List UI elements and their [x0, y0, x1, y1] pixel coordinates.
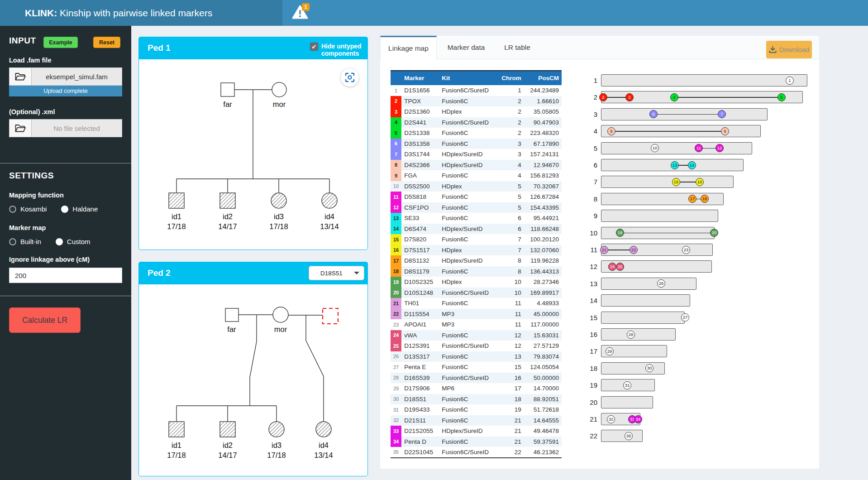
marker-dot[interactable]: 1	[786, 77, 794, 85]
chromosome-bar[interactable]: 31	[601, 379, 655, 391]
marker-row[interactable]: 16D7S1517HDplex7132.07060	[391, 245, 562, 256]
marker-row[interactable]: 35D22S1045Fusion6C/SureID2246.21362	[391, 447, 562, 458]
chromosome-bar[interactable]: 30	[601, 362, 665, 374]
marker-row[interactable]: 21TH01Fusion6C114.48933	[391, 298, 562, 309]
ped2-mother-symbol[interactable]	[273, 307, 288, 322]
marker-row[interactable]: 2TPOXFusion6C21.66610	[391, 96, 562, 107]
ped2-child4-symbol[interactable]	[316, 422, 331, 437]
chromosome-bar[interactable]	[601, 210, 718, 222]
marker-row[interactable]: 11D5S818Fusion6C5126.67284	[391, 192, 562, 202]
marker-row[interactable]: 15D7S820Fusion6C7100.20120	[391, 234, 562, 245]
marker-dot[interactable]: 11	[695, 144, 703, 152]
ped2-child1-symbol[interactable]	[169, 422, 184, 437]
marker-dot[interactable]: 24	[608, 263, 616, 271]
ped1-child3-symbol[interactable]	[271, 193, 286, 208]
marker-row[interactable]: 24vWAFusion6C1215.63031	[391, 330, 562, 341]
hide-untyped-checkbox[interactable]: ✔	[310, 43, 318, 51]
calculate-lr-button[interactable]: Calculate LR	[9, 307, 81, 333]
kosambi-radio[interactable]	[9, 206, 16, 213]
custom-radio[interactable]	[56, 238, 63, 245]
marker-dot[interactable]: 15	[672, 178, 680, 186]
chromosome-bar[interactable]	[601, 294, 690, 307]
marker-row[interactable]: 19D10S2325HDplex1028.27346	[391, 277, 562, 288]
chromosome-bar[interactable]: 28	[601, 328, 676, 341]
ped2-child3-symbol[interactable]	[269, 422, 284, 437]
marker-row[interactable]: 27Penta EFusion6C15124.05054	[391, 362, 562, 373]
chromosome-bar[interactable]: 2345	[601, 91, 803, 103]
chromosome-bar[interactable]: 29	[601, 345, 667, 357]
marker-dot[interactable]: 29	[606, 347, 614, 355]
marker-dot[interactable]: 27	[681, 313, 689, 322]
ped2-father-symbol[interactable]	[225, 308, 238, 322]
marker-row[interactable]: 22D11S554MP31145.00000	[391, 309, 562, 320]
chromosome-bar[interactable]: 26	[601, 278, 696, 290]
marker-row[interactable]: 33D21S2055HDplex/SureID2149.46478	[391, 426, 562, 437]
marker-row[interactable]: 7D3S1744HDplex/SureID3157.24131	[391, 149, 562, 160]
marker-row[interactable]: 1D1S1656Fusion6C/SureID1244.23489	[391, 85, 562, 96]
marker-dot[interactable]: 9	[721, 127, 729, 135]
marker-dot[interactable]: 7	[718, 110, 726, 118]
marker-row[interactable]: 23APOAI1MP311117.00000	[391, 319, 562, 330]
marker-dot[interactable]: 17	[688, 195, 696, 203]
marker-row[interactable]: 4D2S441Fusion6C/SureID290.47903	[391, 117, 562, 128]
marker-row[interactable]: 3D2S1360HDplex235.05805	[391, 106, 562, 117]
marker-dot[interactable]: 16	[696, 178, 704, 186]
chromosome-bar[interactable]: 67	[601, 108, 768, 120]
fam-browse-button[interactable]	[9, 67, 32, 86]
marker-dot[interactable]: 21	[600, 246, 608, 254]
marker-row[interactable]: 13SE33Fusion6C695.44921	[391, 213, 562, 224]
reset-button[interactable]: Reset	[93, 37, 120, 48]
marker-dot[interactable]: 14	[688, 161, 696, 169]
chromosome-bar[interactable]: 1920	[601, 227, 715, 239]
xml-file-input[interactable]: No file selected	[9, 119, 122, 137]
marker-row[interactable]: 6D3S1358Fusion6C367.17890	[391, 139, 562, 149]
marker-dot[interactable]: 6	[649, 110, 658, 118]
chromosome-bar[interactable]: 2425	[601, 260, 712, 273]
fam-file-input[interactable]: eksempel_simul.fam	[9, 67, 122, 86]
builtin-radio[interactable]	[9, 238, 16, 245]
marker-row[interactable]: 9FGAFusion6C4156.81293	[391, 170, 562, 181]
marker-select[interactable]: D18S51	[309, 266, 364, 280]
ped1-child1-symbol[interactable]	[169, 193, 184, 208]
tab-lr-table[interactable]: LR table	[496, 36, 539, 59]
download-button[interactable]: Download	[766, 41, 812, 58]
example-button[interactable]: Example	[43, 37, 78, 48]
marker-row[interactable]: 5D2S1338Fusion6C2223.48320	[391, 128, 562, 139]
ped1-child2-symbol[interactable]	[220, 193, 235, 208]
chromosome-bar[interactable]: 1314	[601, 159, 744, 171]
marker-dot[interactable]: 23	[682, 246, 690, 254]
marker-dot[interactable]: 4	[670, 93, 678, 101]
marker-dot[interactable]: 30	[645, 364, 653, 372]
marker-dot[interactable]: 25	[616, 263, 624, 271]
marker-row[interactable]: 31D19S433Fusion6C1951.72618	[391, 404, 562, 415]
marker-row[interactable]: 14D6S474HDplex/SureID6118.66248	[391, 224, 562, 235]
marker-row[interactable]: 30D18S51Fusion6C1888.92051	[391, 394, 562, 405]
marker-dot[interactable]: 2	[599, 93, 607, 101]
marker-dot[interactable]: 10	[651, 144, 659, 152]
marker-dot[interactable]: 5	[777, 93, 786, 101]
chromosome-bar[interactable]: 101112	[601, 142, 752, 154]
ignore-linkage-input[interactable]	[9, 268, 122, 283]
marker-row[interactable]: 10D5S2500HDplex570.32067	[391, 181, 562, 192]
marker-dot[interactable]: 28	[627, 331, 635, 339]
marker-row[interactable]: 25D12S391Fusion6C/SureID1227.57129	[391, 341, 562, 351]
warning-indicator[interactable]: 1	[292, 5, 312, 22]
marker-dot[interactable]: 3	[625, 93, 634, 101]
ped2-child2-symbol[interactable]	[220, 422, 235, 437]
chromosome-bar[interactable]: 212223	[601, 244, 713, 256]
haldane-radio[interactable]	[61, 206, 68, 213]
chromosome-bar[interactable]: 27	[601, 312, 685, 324]
marker-dot[interactable]: 32	[607, 415, 615, 423]
chromosome-bar[interactable]: 1718	[601, 193, 724, 205]
xml-browse-button[interactable]	[9, 119, 32, 137]
marker-dot[interactable]: 22	[630, 246, 638, 254]
ped1-father-symbol[interactable]	[221, 83, 234, 96]
marker-dot[interactable]: 26	[657, 279, 665, 288]
ped1-mother-symbol[interactable]	[272, 82, 286, 97]
marker-dot[interactable]: 8	[607, 127, 615, 135]
marker-row[interactable]: 26D13S317Fusion6C1379.83074	[391, 351, 562, 362]
marker-row[interactable]: 18D8S1179Fusion6C8136.44313	[391, 266, 562, 277]
chromosome-bar[interactable]: 89	[601, 125, 761, 137]
ped2-unknown-father-symbol[interactable]	[323, 308, 338, 324]
chromosome-bar[interactable]	[601, 396, 653, 408]
